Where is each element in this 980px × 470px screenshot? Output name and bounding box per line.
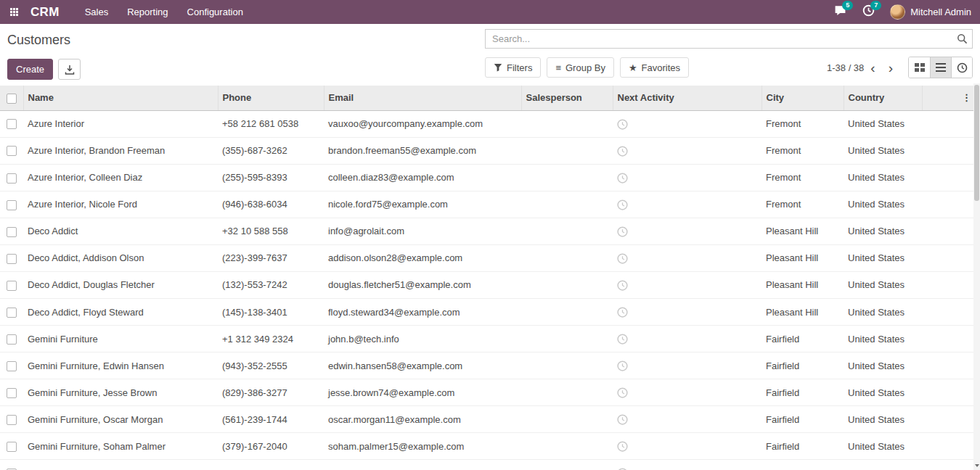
- row-checkbox[interactable]: [7, 388, 17, 398]
- pager-next-button[interactable]: ›: [882, 61, 899, 75]
- favorites-button[interactable]: ★ Favorites: [620, 57, 689, 78]
- cell-salesperson[interactable]: [521, 244, 613, 271]
- app-brand[interactable]: CRM: [30, 5, 60, 20]
- next-activity-clock-icon[interactable]: [617, 360, 628, 371]
- pager-value[interactable]: 1-38 / 38: [827, 62, 864, 73]
- cell-phone[interactable]: (943)-352-2555: [218, 352, 324, 379]
- cell-country[interactable]: United States: [844, 299, 922, 326]
- next-activity-clock-icon[interactable]: [617, 334, 628, 345]
- cell-country[interactable]: United States: [844, 191, 922, 218]
- cell-city[interactable]: Fremont: [761, 164, 844, 191]
- cell-country[interactable]: United States: [844, 433, 922, 460]
- group-by-button[interactable]: ≡ Group By: [547, 57, 614, 78]
- cell-name[interactable]: Azure Interior, Brandon Freeman: [23, 137, 218, 164]
- header-salesperson[interactable]: Salesperson: [521, 86, 613, 110]
- header-city[interactable]: City: [761, 86, 844, 110]
- cell-country[interactable]: United States: [844, 352, 922, 379]
- menu-configuration[interactable]: Configuration: [178, 0, 253, 24]
- cell-city[interactable]: Pleasant Hill: [761, 271, 844, 298]
- next-activity-clock-icon[interactable]: [617, 280, 628, 291]
- cell-salesperson[interactable]: [521, 218, 613, 244]
- cell-next-activity[interactable]: [613, 352, 761, 379]
- cell-next-activity[interactable]: [613, 326, 761, 352]
- search-icon[interactable]: [957, 33, 968, 47]
- cell-next-activity[interactable]: [613, 164, 761, 191]
- cell-next-activity[interactable]: [613, 271, 761, 298]
- customer-row[interactable]: Gemini Furniture, Edwin Hansen (943)-352…: [0, 352, 980, 379]
- next-activity-clock-icon[interactable]: [617, 119, 628, 130]
- activities-icon[interactable]: 7: [854, 0, 883, 24]
- cell-next-activity[interactable]: [613, 406, 761, 433]
- header-next-activity[interactable]: Next Activity: [613, 86, 761, 110]
- cell-name[interactable]: Deco Addict, Addison Olson: [23, 244, 218, 271]
- cell-email[interactable]: brandon.freeman55@example.com: [324, 137, 521, 164]
- export-button[interactable]: [58, 59, 81, 80]
- cell-name[interactable]: Deco Addict, Floyd Steward: [23, 299, 218, 326]
- row-checkbox[interactable]: [7, 254, 17, 264]
- row-checkbox[interactable]: [7, 146, 17, 156]
- cell-salesperson[interactable]: [521, 460, 613, 470]
- cell-salesperson[interactable]: [521, 299, 613, 326]
- cell-salesperson[interactable]: [521, 271, 613, 298]
- cell-city[interactable]: Fremont: [761, 137, 844, 164]
- cell-salesperson[interactable]: [521, 352, 613, 379]
- scrollbar-down-arrow[interactable]: [973, 461, 980, 470]
- cell-city[interactable]: Fairfield: [761, 326, 844, 352]
- cell-name[interactable]: Gemini Furniture: [23, 326, 218, 352]
- next-activity-clock-icon[interactable]: [617, 253, 628, 264]
- activity-view-button[interactable]: [951, 57, 972, 78]
- cell-city[interactable]: Fairfield: [761, 406, 844, 433]
- cell-name[interactable]: Deco Addict: [23, 218, 218, 244]
- cell-name[interactable]: Azure Interior: [23, 110, 218, 137]
- cell-salesperson[interactable]: [521, 379, 613, 406]
- row-checkbox[interactable]: [7, 227, 17, 237]
- cell-name[interactable]: Deco Addict, Douglas Fletcher: [23, 271, 218, 298]
- cell-next-activity[interactable]: [613, 137, 761, 164]
- menu-reporting[interactable]: Reporting: [118, 0, 177, 24]
- header-country[interactable]: Country: [844, 86, 922, 110]
- cell-salesperson[interactable]: [521, 110, 613, 137]
- customer-row[interactable]: Lumber Inc (828)-316-0593 lumber-inv92@e…: [0, 460, 980, 470]
- cell-next-activity[interactable]: [613, 433, 761, 460]
- next-activity-clock-icon[interactable]: [617, 387, 628, 398]
- next-activity-clock-icon[interactable]: [617, 199, 628, 210]
- row-checkbox[interactable]: [7, 281, 17, 291]
- cell-phone[interactable]: (561)-239-1744: [218, 406, 324, 433]
- cell-name[interactable]: Gemini Furniture, Jesse Brown: [23, 379, 218, 406]
- cell-email[interactable]: oscar.morgan11@example.com: [324, 406, 521, 433]
- next-activity-clock-icon[interactable]: [617, 146, 628, 157]
- user-menu[interactable]: Mitchell Admin: [883, 0, 980, 24]
- customer-row[interactable]: Deco Addict, Addison Olson (223)-399-763…: [0, 244, 980, 271]
- cell-city[interactable]: Stockton: [761, 460, 844, 470]
- cell-phone[interactable]: (223)-399-7637: [218, 244, 324, 271]
- header-name[interactable]: Name: [23, 86, 218, 110]
- cell-city[interactable]: Fairfield: [761, 433, 844, 460]
- cell-name[interactable]: Gemini Furniture, Edwin Hansen: [23, 352, 218, 379]
- cell-phone[interactable]: (132)-553-7242: [218, 271, 324, 298]
- customer-row[interactable]: Deco Addict, Floyd Steward (145)-138-340…: [0, 299, 980, 326]
- list-view-button[interactable]: [930, 57, 951, 78]
- cell-name[interactable]: Lumber Inc: [23, 460, 218, 470]
- customer-row[interactable]: Gemini Furniture +1 312 349 2324 john.b@…: [0, 326, 980, 352]
- cell-email[interactable]: vauxoo@yourcompany.example.com: [324, 110, 521, 137]
- cell-salesperson[interactable]: [521, 326, 613, 352]
- vertical-scrollbar[interactable]: [973, 83, 980, 470]
- cell-salesperson[interactable]: [521, 137, 613, 164]
- cell-email[interactable]: jesse.brown74@example.com: [324, 379, 521, 406]
- cell-next-activity[interactable]: [613, 379, 761, 406]
- customer-row[interactable]: Deco Addict +32 10 588 558 info@agrolait…: [0, 218, 980, 244]
- row-checkbox[interactable]: [7, 119, 17, 129]
- cell-phone[interactable]: (829)-386-3277: [218, 379, 324, 406]
- customer-row[interactable]: Azure Interior, Colleen Diaz (255)-595-8…: [0, 164, 980, 191]
- cell-country[interactable]: United States: [844, 164, 922, 191]
- select-all-checkbox[interactable]: [7, 94, 17, 104]
- scrollbar-thumb[interactable]: [974, 85, 979, 201]
- row-checkbox[interactable]: [7, 415, 17, 425]
- cell-salesperson[interactable]: [521, 191, 613, 218]
- row-checkbox[interactable]: [7, 173, 17, 184]
- cell-next-activity[interactable]: [613, 110, 761, 137]
- cell-salesperson[interactable]: [521, 433, 613, 460]
- cell-email[interactable]: john.b@tech.info: [324, 326, 521, 352]
- cell-city[interactable]: Fairfield: [761, 379, 844, 406]
- cell-city[interactable]: Pleasant Hill: [761, 299, 844, 326]
